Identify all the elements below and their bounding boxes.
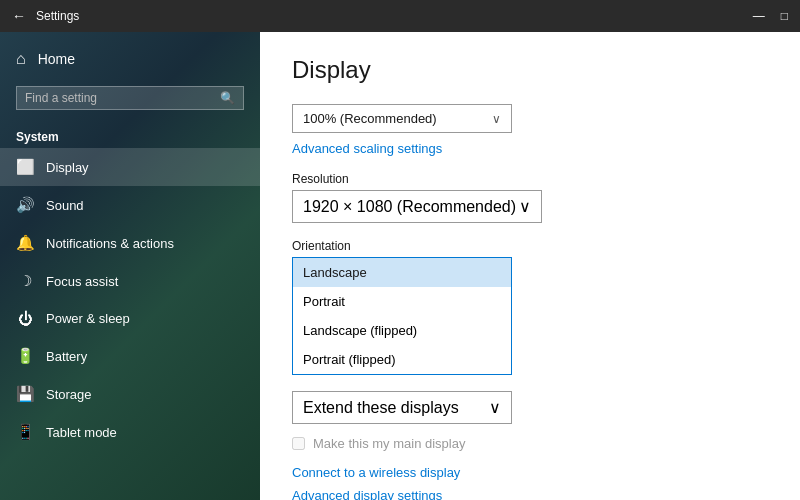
multi-display-dropdown[interactable]: Extend these displays ∨: [292, 391, 512, 424]
sidebar: ⌂ Home 🔍 System ⬜ Display 🔊 Sound 🔔 No: [0, 32, 260, 500]
sidebar-label-power: Power & sleep: [46, 311, 130, 326]
window-controls: — □: [753, 9, 788, 23]
multi-display-dropdown-value: Extend these displays: [303, 399, 459, 417]
resolution-dropdown-value: 1920 × 1080 (Recommended): [303, 198, 516, 216]
page-title: Display: [292, 56, 768, 84]
sidebar-item-battery[interactable]: 🔋 Battery: [0, 337, 260, 375]
scale-dropdown-value: 100% (Recommended): [303, 111, 437, 126]
orientation-option-landscape[interactable]: Landscape: [293, 258, 511, 287]
sidebar-item-power[interactable]: ⏻ Power & sleep: [0, 300, 260, 337]
home-icon: ⌂: [16, 50, 26, 68]
scale-dropdown[interactable]: 100% (Recommended) ∨: [292, 104, 512, 133]
main-display-row: Make this my main display: [292, 436, 768, 451]
sidebar-label-notifications: Notifications & actions: [46, 236, 174, 251]
title-bar-title: Settings: [36, 9, 753, 23]
sidebar-item-storage[interactable]: 💾 Storage: [0, 375, 260, 413]
sidebar-section-header: System: [0, 118, 260, 148]
sidebar-label-focus: Focus assist: [46, 274, 118, 289]
main-content: ⌂ Home 🔍 System ⬜ Display 🔊 Sound 🔔 No: [0, 32, 800, 500]
connect-wireless-link[interactable]: Connect to a wireless display: [292, 465, 768, 480]
advanced-display-link[interactable]: Advanced display settings: [292, 488, 768, 500]
orientation-option-portrait[interactable]: Portrait: [293, 287, 511, 316]
sidebar-label-storage: Storage: [46, 387, 92, 402]
advanced-scaling-link[interactable]: Advanced scaling settings: [292, 141, 442, 156]
notifications-icon: 🔔: [16, 234, 34, 252]
resolution-dropdown-arrow: ∨: [519, 197, 531, 216]
orientation-option-landscape-flipped[interactable]: Landscape (flipped): [293, 316, 511, 345]
main-display-checkbox[interactable]: [292, 437, 305, 450]
sidebar-item-notifications[interactable]: 🔔 Notifications & actions: [0, 224, 260, 262]
settings-window: ← Settings — □ ⌂ Home 🔍 System ⬜: [0, 0, 800, 500]
storage-icon: 💾: [16, 385, 34, 403]
resolution-dropdown[interactable]: 1920 × 1080 (Recommended) ∨: [292, 190, 542, 223]
tablet-icon: 📱: [16, 423, 34, 441]
sidebar-label-display: Display: [46, 160, 89, 175]
sidebar-label-battery: Battery: [46, 349, 87, 364]
maximize-button[interactable]: □: [781, 9, 788, 23]
focus-icon: ☽: [16, 272, 34, 290]
battery-icon: 🔋: [16, 347, 34, 365]
orientation-option-portrait-flipped[interactable]: Portrait (flipped): [293, 345, 511, 374]
sidebar-label-sound: Sound: [46, 198, 84, 213]
sidebar-item-home[interactable]: ⌂ Home: [0, 40, 260, 78]
display-icon: ⬜: [16, 158, 34, 176]
minimize-button[interactable]: —: [753, 9, 765, 23]
sidebar-label-tablet: Tablet mode: [46, 425, 117, 440]
sound-icon: 🔊: [16, 196, 34, 214]
search-input[interactable]: [25, 91, 220, 105]
sidebar-home-label: Home: [38, 51, 75, 67]
sidebar-item-sound[interactable]: 🔊 Sound: [0, 186, 260, 224]
main-display-label: Make this my main display: [313, 436, 465, 451]
scale-dropdown-arrow: ∨: [492, 112, 501, 126]
orientation-dropdown: Landscape Portrait Landscape (flipped) P…: [292, 257, 512, 375]
sidebar-search-box[interactable]: 🔍: [16, 86, 244, 110]
search-icon: 🔍: [220, 91, 235, 105]
multi-display-dropdown-arrow: ∨: [489, 398, 501, 417]
right-panel: Display 100% (Recommended) ∨ Advanced sc…: [260, 32, 800, 500]
sidebar-item-display[interactable]: ⬜ Display: [0, 148, 260, 186]
resolution-label: Resolution: [292, 172, 768, 186]
power-icon: ⏻: [16, 310, 34, 327]
sidebar-item-tablet[interactable]: 📱 Tablet mode: [0, 413, 260, 451]
title-bar: ← Settings — □: [0, 0, 800, 32]
orientation-label: Orientation: [292, 239, 768, 253]
back-button[interactable]: ←: [12, 8, 26, 24]
sidebar-item-focus[interactable]: ☽ Focus assist: [0, 262, 260, 300]
